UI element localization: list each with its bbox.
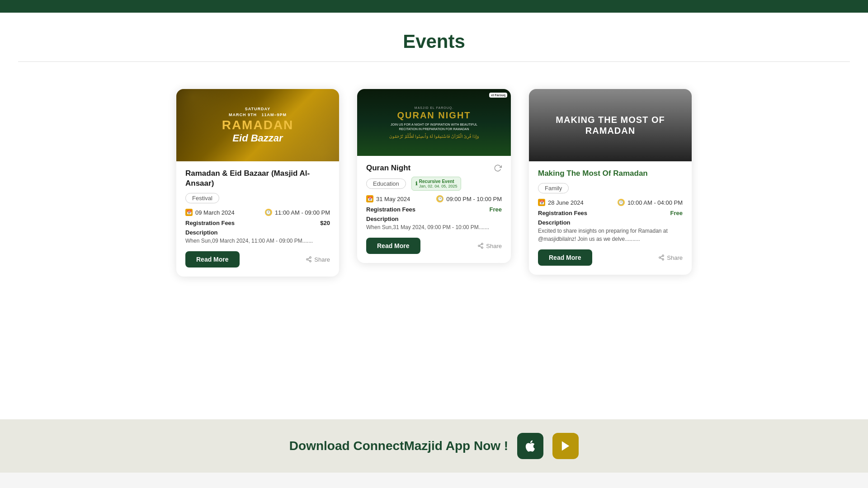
bazaar-eid-text: Eid Bazzar (232, 132, 283, 144)
time-meta-ramadan: 🕐 10:00 AM - 04:00 PM (618, 199, 683, 206)
share-icon-quran (477, 243, 484, 249)
card-actions-ramadan: Read More Share (538, 249, 683, 266)
read-more-button-quran[interactable]: Read More (366, 238, 420, 254)
date-value: 09 March 2024 (195, 209, 235, 216)
calendar-icon: 📅 (185, 209, 193, 216)
description-text-ramadan: Excited to share insights on preparing f… (538, 227, 683, 243)
page-content: Events SATURDAYMARCH 9TH 11AM–9PM RAMADA… (0, 13, 868, 419)
share-button-ramadan[interactable]: Share (658, 254, 683, 261)
tag-education: Education (366, 178, 406, 189)
ramadan-image-title: MAKING THE MOST OF RAMADAN (529, 114, 692, 136)
play-app-button[interactable] (552, 433, 579, 459)
play-icon (559, 440, 572, 452)
date-meta-ramadan: 📅 28 June 2024 (538, 199, 584, 206)
card-title-bazaar: Ramadan & Eid Bazaar (Masjid Al-Ansaar) (185, 169, 330, 188)
svg-line-4 (308, 258, 310, 259)
svg-marker-15 (562, 441, 569, 451)
quran-logo: el Farouq (489, 93, 507, 98)
time-value-ramadan: 10:00 AM - 04:00 PM (627, 199, 683, 206)
svg-point-11 (659, 257, 661, 258)
fees-value-ramadan: Free (670, 210, 683, 216)
svg-point-1 (307, 258, 308, 260)
svg-point-2 (310, 261, 311, 263)
description-label-quran: Description (366, 216, 502, 222)
svg-line-3 (308, 260, 310, 261)
page-title: Events (0, 31, 868, 52)
calendar-icon-quran: 📅 (366, 195, 373, 202)
share-button-bazaar[interactable]: Share (306, 256, 330, 263)
svg-point-12 (662, 258, 664, 260)
card-body-ramadan: Making The Most Of Ramadan Family 📅 28 J… (529, 161, 692, 275)
description-text: When Sun,09 March 2024, 11:00 AM - 09:00… (185, 237, 330, 245)
card-actions-quran: Read More Share (366, 238, 502, 254)
quran-subtitle-text: JOIN US FOR A NIGHT OF INSPIRATION WITH … (382, 122, 486, 131)
quran-masjid-text: MASJID EL FAROUQ. (415, 106, 453, 109)
bazaar-saturday-text: SATURDAYMARCH 9TH 11AM–9PM (229, 106, 287, 117)
share-label-ramadan: Share (667, 254, 683, 261)
time-meta: 🕐 11:00 AM - 09:00 PM (265, 209, 330, 216)
footer: Download ConnectMazjid App Now ! (0, 419, 868, 473)
card-image-bazaar: SATURDAYMARCH 9TH 11AM–9PM RAMADAN Eid B… (176, 89, 339, 161)
quran-title-row: Quran Night (366, 163, 502, 173)
svg-point-5 (481, 243, 483, 245)
svg-point-10 (662, 255, 664, 257)
event-meta-ramadan: 📅 28 June 2024 🕐 10:00 AM - 04:00 PM (538, 199, 683, 206)
quran-arabic-text: وَإِذَا قُرِئَ الْقُرْآنُ فَاسْتَمِعُوا … (389, 134, 479, 139)
fees-label-ramadan: Registration Fees (538, 210, 587, 216)
svg-line-13 (660, 258, 662, 259)
recursive-label: Recursive Event (419, 179, 458, 184)
share-label: Share (314, 256, 330, 263)
svg-point-6 (478, 245, 480, 247)
time-value: 11:00 AM - 09:00 PM (275, 209, 330, 216)
share-icon-ramadan (658, 254, 665, 261)
description-text-quran: When Sun,31 May 2024, 09:00 PM - 10:00 P… (366, 223, 502, 231)
event-meta-bazaar: 📅 09 March 2024 🕐 11:00 AM - 09:00 PM (185, 209, 330, 216)
page-title-section: Events (0, 13, 868, 61)
share-label-quran: Share (486, 243, 502, 249)
fees-label: Registration Fees (185, 220, 235, 226)
svg-point-7 (481, 247, 483, 249)
card-image-ramadan: MAKING THE MOST OF RAMADAN (529, 89, 692, 161)
svg-line-9 (480, 244, 481, 245)
card-title-quran: Quran Night (366, 163, 410, 173)
apple-icon (524, 439, 537, 453)
event-meta-quran: 📅 31 May 2024 🕐 09:00 PM - 10:00 PM (366, 195, 502, 202)
date-value-ramadan: 28 June 2024 (548, 199, 584, 206)
svg-line-14 (660, 256, 662, 257)
description-label-ramadan: Description (538, 219, 683, 226)
svg-line-8 (480, 246, 481, 247)
date-meta: 📅 09 March 2024 (185, 209, 235, 216)
quran-card-header: MASJID EL FAROUQ. QURAN NIGHT JOIN US FO… (357, 89, 511, 156)
clock-icon-ramadan: 🕐 (618, 199, 625, 206)
tag-festival: Festival (185, 193, 219, 203)
tag-family: Family (538, 183, 569, 193)
apple-app-button[interactable] (517, 433, 543, 459)
read-more-button-ramadan[interactable]: Read More (538, 249, 592, 266)
event-card-quran: MASJID EL FAROUQ. QURAN NIGHT JOIN US FO… (357, 89, 511, 263)
footer-text: Download ConnectMazjid App Now ! (289, 439, 508, 453)
clock-icon-quran: 🕐 (436, 195, 443, 202)
quran-title-text: QURAN NIGHT (397, 110, 471, 121)
date-meta-quran: 📅 31 May 2024 (366, 195, 410, 202)
card-image-quran: MASJID EL FAROUQ. QURAN NIGHT JOIN US FO… (357, 89, 511, 156)
event-card-bazaar: SATURDAYMARCH 9TH 11AM–9PM RAMADAN Eid B… (176, 89, 339, 277)
calendar-icon-ramadan: 📅 (538, 199, 545, 206)
info-icon: ℹ (415, 181, 417, 187)
recursive-dates: Jan, 02. 04. 05, 2025 (419, 184, 458, 188)
fees-value-quran: Free (490, 206, 502, 213)
event-card-ramadan: MAKING THE MOST OF RAMADAN Making The Mo… (529, 89, 692, 275)
bazaar-ramadan-text: RAMADAN (222, 118, 294, 132)
time-value-quran: 09:00 PM - 10:00 PM (446, 196, 502, 202)
read-more-button-bazaar[interactable]: Read More (185, 251, 240, 267)
share-button-quran[interactable]: Share (477, 243, 502, 249)
card-title-ramadan: Making The Most Of Ramadan (538, 169, 683, 178)
card-body-bazaar: Ramadan & Eid Bazaar (Masjid Al-Ansaar) … (176, 161, 339, 277)
fees-row-ramadan: Registration Fees Free (538, 210, 683, 216)
card-body-quran: Quran Night Education ℹ Recursive Event … (357, 156, 511, 263)
fees-value: $20 (320, 220, 330, 226)
clock-icon: 🕐 (265, 209, 272, 216)
share-icon (306, 256, 312, 263)
recursive-badge: ℹ Recursive Event Jan, 02. 04. 05, 2025 (411, 177, 462, 191)
fees-row-quran: Registration Fees Free (366, 206, 502, 213)
tag-recursive-row: Education ℹ Recursive Event Jan, 02. 04.… (366, 177, 502, 191)
